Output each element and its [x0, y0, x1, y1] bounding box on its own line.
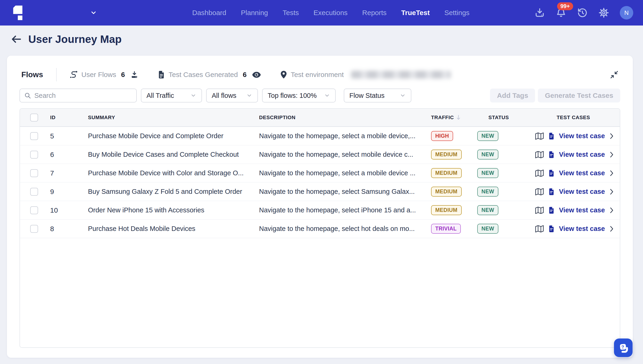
row-chevron-right-icon[interactable] — [609, 170, 614, 176]
view-test-case-link[interactable]: View test case — [559, 132, 605, 140]
status-badge: NEW — [477, 131, 498, 141]
journey-map-icon[interactable] — [535, 170, 544, 177]
column-header-status[interactable]: STATUS — [477, 114, 535, 120]
chevron-down-icon — [400, 92, 406, 98]
row-chevron-right-icon[interactable] — [609, 133, 614, 139]
view-test-case-link[interactable]: View test case — [559, 169, 605, 177]
traffic-badge: TRIVIAL — [431, 224, 461, 234]
journey-map-icon[interactable] — [535, 188, 544, 196]
eye-icon[interactable] — [252, 72, 261, 78]
row-checkbox[interactable] — [30, 169, 38, 177]
test-case-document-icon[interactable] — [549, 225, 554, 232]
select-all-checkbox[interactable] — [30, 114, 38, 122]
row-chevron-right-icon[interactable] — [609, 152, 614, 158]
column-header-traffic[interactable]: TRAFFIC — [431, 114, 477, 120]
chevron-down-icon — [324, 92, 330, 98]
stat-count: 6 — [243, 71, 247, 78]
row-checkbox[interactable] — [30, 225, 38, 233]
chevron-down-icon — [246, 92, 252, 98]
row-chevron-right-icon[interactable] — [609, 188, 614, 195]
page-title: User Journey Map — [28, 33, 122, 46]
nav-item-tests[interactable]: Tests — [283, 9, 299, 17]
journey-map-icon[interactable] — [535, 206, 544, 214]
row-description: Navigate to the homepage, select a mobil… — [259, 169, 431, 177]
column-header-description[interactable]: DESCRIPTION — [259, 114, 431, 120]
dropdown-label: All flows — [212, 92, 236, 100]
column-header-test-cases[interactable]: TEST CASES — [535, 114, 620, 120]
test-case-document-icon[interactable] — [549, 132, 554, 140]
flows-filter-dropdown[interactable]: All flows — [206, 88, 258, 102]
row-checkbox[interactable] — [30, 206, 38, 214]
stat-user-flows: User Flows 6 — [70, 71, 138, 78]
back-arrow-icon[interactable] — [10, 33, 22, 45]
row-id: 5 — [43, 132, 88, 140]
test-case-document-icon[interactable] — [549, 170, 554, 177]
download-flows-icon[interactable] — [131, 71, 138, 78]
dropdown-label: All Traffic — [146, 92, 174, 100]
project-selector-chevron-down-icon[interactable] — [90, 9, 98, 16]
column-header-id[interactable]: ID — [43, 114, 88, 120]
test-case-document-icon[interactable] — [549, 207, 554, 214]
top-flows-filter-dropdown[interactable]: Top flows: 100% — [262, 88, 336, 102]
collapse-panel-icon[interactable] — [610, 70, 618, 79]
row-chevron-right-icon[interactable] — [609, 207, 614, 214]
column-header-summary[interactable]: SUMMARY — [88, 114, 259, 120]
row-summary: Purchase Mobile Device with Color and St… — [88, 169, 259, 177]
settings-gear-icon[interactable] — [598, 8, 609, 18]
test-environment-url-redacted — [351, 71, 451, 78]
stat-test-environment: Test environment — [281, 71, 451, 78]
nav-item-executions[interactable]: Executions — [314, 9, 348, 17]
add-tags-button[interactable]: Add Tags — [490, 88, 535, 102]
stat-label: Test Cases Generated — [168, 71, 238, 78]
nav-item-settings[interactable]: Settings — [444, 9, 469, 17]
row-description: Navigate to the homepage, select Samsung… — [259, 188, 431, 196]
notifications-bell-icon[interactable]: 99+ — [556, 8, 566, 18]
status-badge: NEW — [477, 224, 498, 234]
nav-actions: 99+ N — [534, 0, 633, 26]
dropdown-label: Top flows: 100% — [268, 92, 317, 100]
row-summary: Buy Samsung Galaxy Z Fold 5 and Complete… — [88, 188, 259, 196]
journey-map-icon[interactable] — [535, 151, 544, 158]
document-icon — [158, 71, 165, 78]
traffic-filter-dropdown[interactable]: All Traffic — [141, 88, 202, 102]
row-summary: Purchase Mobile Device and Complete Orde… — [88, 132, 259, 140]
search-box — [20, 88, 137, 102]
history-icon[interactable] — [577, 8, 588, 18]
svg-text:?: ? — [621, 344, 624, 350]
row-checkbox[interactable] — [30, 188, 38, 196]
app-logo-icon[interactable] — [11, 6, 24, 21]
stat-label: Test environment — [291, 71, 344, 78]
test-case-document-icon[interactable] — [549, 151, 554, 158]
sort-descending-icon — [456, 114, 461, 120]
panel-title: Flows — [21, 70, 43, 79]
flow-status-filter-dropdown[interactable]: Flow Status — [344, 88, 411, 102]
row-description: Navigate to the homepage, select mobile … — [259, 151, 431, 158]
notifications-count-badge: 99+ — [557, 2, 573, 10]
table-row: 8 Purchase Hot Deals Mobile Devices Navi… — [20, 220, 620, 238]
view-test-case-link[interactable]: View test case — [559, 188, 605, 196]
help-button[interactable]: ? — [614, 338, 632, 357]
nav-item-truetest[interactable]: TrueTest — [401, 9, 430, 17]
row-id: 6 — [43, 151, 88, 158]
journey-map-icon[interactable] — [535, 225, 544, 232]
view-test-case-link[interactable]: View test case — [559, 151, 605, 158]
traffic-badge: MEDIUM — [431, 168, 462, 178]
row-checkbox[interactable] — [30, 151, 38, 158]
nav-item-reports[interactable]: Reports — [362, 9, 386, 17]
view-test-case-link[interactable]: View test case — [559, 225, 605, 232]
row-checkbox[interactable] — [30, 132, 38, 140]
search-input[interactable] — [34, 92, 132, 100]
nav-item-planning[interactable]: Planning — [241, 9, 268, 17]
user-avatar[interactable]: N — [620, 6, 633, 20]
generate-test-cases-button[interactable]: Generate Test Cases — [538, 88, 620, 102]
view-test-case-link[interactable]: View test case — [559, 206, 605, 214]
search-icon — [24, 92, 31, 99]
row-chevron-right-icon[interactable] — [609, 226, 614, 232]
journey-map-icon[interactable] — [535, 132, 544, 140]
test-case-document-icon[interactable] — [549, 188, 554, 195]
table-row: 6 Buy Mobile Device Cases and Complete C… — [20, 145, 620, 164]
table-row: 5 Purchase Mobile Device and Complete Or… — [20, 127, 620, 145]
nav-item-dashboard[interactable]: Dashboard — [192, 9, 226, 17]
download-icon[interactable] — [534, 8, 545, 18]
traffic-badge: MEDIUM — [431, 150, 462, 160]
